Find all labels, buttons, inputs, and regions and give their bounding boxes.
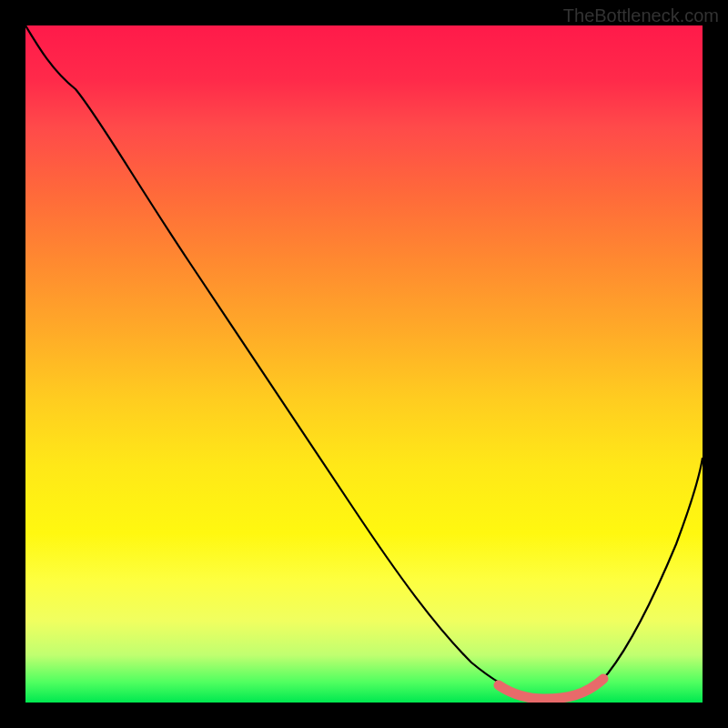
bottleneck-curve xyxy=(25,25,703,699)
optimal-range-highlight xyxy=(499,679,603,699)
watermark-text: TheBottleneck.com xyxy=(563,5,719,26)
chart-svg xyxy=(25,25,703,703)
